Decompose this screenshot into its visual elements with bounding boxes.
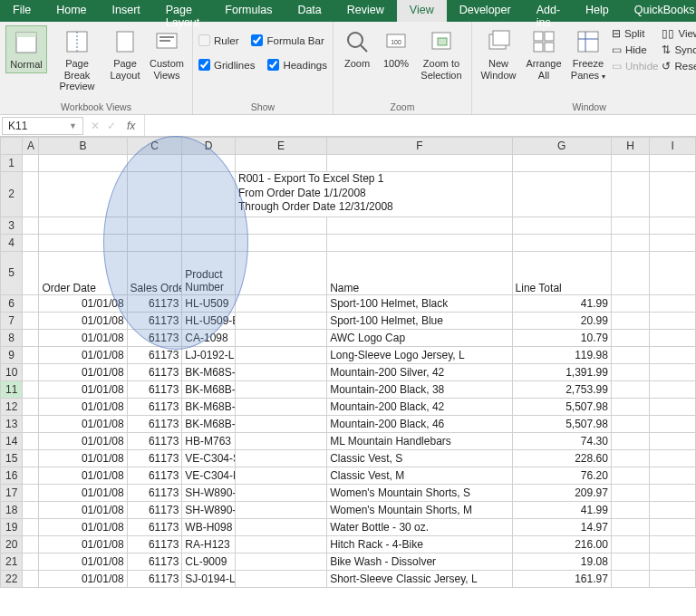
cell-B15[interactable]: 01/01/08	[39, 449, 127, 467]
cell-A9[interactable]	[23, 346, 39, 363]
cell-C22[interactable]: 61173	[127, 570, 182, 587]
cell-A16[interactable]	[23, 467, 39, 484]
cell-G5[interactable]: Line Total	[512, 251, 611, 294]
cell-B18[interactable]: 01/01/08	[39, 501, 127, 518]
cell-B3[interactable]	[39, 217, 127, 234]
cell-D15[interactable]: VE-C304-S	[182, 449, 236, 467]
cell-E11[interactable]	[236, 380, 327, 398]
cell-I6[interactable]	[650, 294, 696, 312]
cell-I9[interactable]	[650, 346, 696, 363]
cell-D11[interactable]: BK-M68B-38	[182, 380, 236, 398]
cell-I18[interactable]	[650, 501, 696, 518]
tab-formulas[interactable]: Formulas	[212, 0, 285, 22]
cell-C2[interactable]	[127, 172, 182, 217]
headings-checkbox[interactable]: Headings	[267, 59, 327, 71]
cell-A18[interactable]	[23, 501, 39, 518]
row-header-1[interactable]: 1	[1, 155, 23, 172]
cell-F20[interactable]: Hitch Rack - 4-Bike	[327, 535, 512, 553]
col-header-E[interactable]: E	[236, 138, 327, 155]
cell-H18[interactable]	[611, 501, 649, 518]
cell-E7[interactable]	[236, 312, 327, 329]
cell-C7[interactable]: 61173	[127, 312, 182, 329]
cell-D10[interactable]: BK-M68S-42	[182, 363, 236, 380]
tab-page-layout[interactable]: Page Layout	[153, 0, 213, 22]
tab-home[interactable]: Home	[44, 0, 99, 22]
cell-I14[interactable]	[650, 432, 696, 449]
cell-G3[interactable]	[512, 217, 611, 234]
cell-C9[interactable]: 61173	[127, 346, 182, 363]
row-header-14[interactable]: 14	[1, 432, 23, 449]
cell-D3[interactable]	[182, 217, 236, 234]
cell-C16[interactable]: 61173	[127, 467, 182, 484]
cell-G16[interactable]: 76.20	[512, 467, 611, 484]
cell-F11[interactable]: Mountain-200 Black, 38	[327, 380, 512, 398]
cell-F4[interactable]	[327, 234, 512, 251]
cell-D7[interactable]: HL-U509-B	[182, 312, 236, 329]
cell-C5[interactable]: Sales Order ID	[127, 251, 182, 294]
row-header-13[interactable]: 13	[1, 415, 23, 432]
cell-H22[interactable]	[611, 570, 649, 587]
cell-B17[interactable]: 01/01/08	[39, 484, 127, 501]
cell-A12[interactable]	[23, 398, 39, 415]
row-header-4[interactable]: 4	[1, 234, 23, 251]
cell-D16[interactable]: VE-C304-M	[182, 467, 236, 484]
cell-F18[interactable]: Women's Mountain Shorts, M	[327, 501, 512, 518]
cell-B13[interactable]: 01/01/08	[39, 415, 127, 432]
cell-G21[interactable]: 19.08	[512, 553, 611, 570]
tab-data[interactable]: Data	[285, 0, 334, 22]
tab-developer[interactable]: Developer	[447, 0, 524, 22]
cell-A8[interactable]	[23, 329, 39, 346]
cell-F7[interactable]: Sport-100 Helmet, Blue	[327, 312, 512, 329]
col-header-B[interactable]: B	[39, 138, 127, 155]
cell-E2[interactable]: R001 - Export To Excel Step 1From Order …	[236, 172, 513, 217]
new-window-button[interactable]: New Window	[478, 25, 519, 82]
cell-A15[interactable]	[23, 449, 39, 467]
cell-C12[interactable]: 61173	[127, 398, 182, 415]
normal-button[interactable]: Normal	[5, 25, 47, 73]
cell-E5[interactable]	[236, 251, 327, 294]
cell-I19[interactable]	[650, 518, 696, 535]
cell-D13[interactable]: BK-M68B-46	[182, 415, 236, 432]
cell-I10[interactable]	[650, 363, 696, 380]
tab-review[interactable]: Review	[334, 0, 397, 22]
cell-E6[interactable]	[236, 294, 327, 312]
cell-G10[interactable]: 1,391.99	[512, 363, 611, 380]
row-header-18[interactable]: 18	[1, 501, 23, 518]
cell-B9[interactable]: 01/01/08	[39, 346, 127, 363]
cell-F1[interactable]	[327, 155, 512, 172]
cell-E16[interactable]	[236, 467, 327, 484]
cell-D14[interactable]: HB-M763	[182, 432, 236, 449]
cell-A6[interactable]	[23, 294, 39, 312]
row-header-12[interactable]: 12	[1, 398, 23, 415]
cell-E3[interactable]	[236, 217, 327, 234]
cell-F13[interactable]: Mountain-200 Black, 46	[327, 415, 512, 432]
cell-D17[interactable]: SH-W890-S	[182, 484, 236, 501]
cell-H15[interactable]	[611, 449, 649, 467]
cell-H8[interactable]	[611, 329, 649, 346]
cell-G9[interactable]: 119.98	[512, 346, 611, 363]
hide-button[interactable]: Hide	[612, 43, 658, 56]
worksheet[interactable]: ABCDEFGHI12R001 - Export To Excel Step 1…	[0, 137, 696, 588]
cell-H9[interactable]	[611, 346, 649, 363]
row-header-17[interactable]: 17	[1, 484, 23, 501]
cell-A17[interactable]	[23, 484, 39, 501]
cell-H4[interactable]	[611, 234, 649, 251]
cell-B22[interactable]: 01/01/08	[39, 570, 127, 587]
cell-H16[interactable]	[611, 467, 649, 484]
cell-I3[interactable]	[650, 217, 696, 234]
cell-F3[interactable]	[327, 217, 512, 234]
cell-E1[interactable]	[236, 155, 327, 172]
ruler-checkbox[interactable]: Ruler	[198, 34, 238, 46]
cell-I2[interactable]	[650, 172, 696, 217]
cell-G2[interactable]	[512, 172, 611, 217]
cell-B20[interactable]: 01/01/08	[39, 535, 127, 553]
cell-A13[interactable]	[23, 415, 39, 432]
cell-C8[interactable]: 61173	[127, 329, 182, 346]
cell-F19[interactable]: Water Bottle - 30 oz.	[327, 518, 512, 535]
row-header-10[interactable]: 10	[1, 363, 23, 380]
cell-B19[interactable]: 01/01/08	[39, 518, 127, 535]
cell-I20[interactable]	[650, 535, 696, 553]
cell-B8[interactable]: 01/01/08	[39, 329, 127, 346]
cell-G7[interactable]: 20.99	[512, 312, 611, 329]
cell-E21[interactable]	[236, 553, 327, 570]
